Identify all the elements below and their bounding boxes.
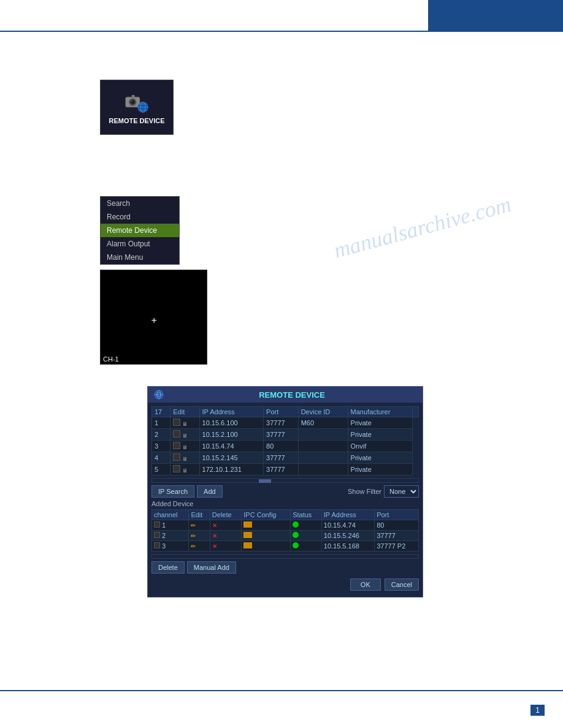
dialog-title-bar: REMOTE DEVICE xyxy=(148,387,423,403)
row-edit[interactable]: 🖥 xyxy=(170,441,199,452)
row-ip: 10.15.4.74 xyxy=(199,441,264,452)
added-table-row: 2 ✏ ✕ 10.15.5.246 37777 xyxy=(152,531,419,541)
table-row: 1 🖥 10.15.6.100 37777 M60 Private xyxy=(152,417,419,429)
row-device-id xyxy=(298,441,348,452)
svg-point-2 xyxy=(131,100,135,104)
row-port: 37777 xyxy=(264,464,299,476)
added-col-port: Port xyxy=(375,510,419,520)
row-num: 4 xyxy=(152,452,170,464)
row-edit[interactable]: 🖥 xyxy=(170,464,199,476)
manual-add-button[interactable]: Manual Add xyxy=(187,561,236,574)
row-port: 37777 xyxy=(264,417,299,429)
row-ip: 10.15.2.100 xyxy=(199,429,264,441)
cancel-button[interactable]: Cancel xyxy=(385,578,419,591)
dialog-icon xyxy=(154,390,164,400)
col-port: Port xyxy=(264,407,299,417)
row-device-id xyxy=(298,464,348,476)
added-col-edit: Edit xyxy=(189,510,210,520)
row-port: 37777 xyxy=(264,452,299,464)
row-device-id xyxy=(298,429,348,441)
col-num: 17 xyxy=(152,407,170,417)
col-scroll xyxy=(413,407,419,417)
row-ip: 10.15.6.100 xyxy=(199,417,264,429)
remote-device-dialog: REMOTE DEVICE 17 Edit IP Address Port De… xyxy=(147,386,423,597)
channel-label: CH-1 xyxy=(101,354,121,364)
row-manufacturer: Onvif xyxy=(348,441,412,452)
ip-search-button[interactable]: IP Search xyxy=(151,485,194,498)
camera-globe-icon xyxy=(121,90,152,115)
watermark: manualsarchive.com xyxy=(331,191,514,264)
row-manufacturer: Private xyxy=(348,452,412,464)
page-number: 1 xyxy=(530,705,545,716)
added-col-ipc-config: IPC Config xyxy=(242,510,291,520)
scrollbar-thumb[interactable] xyxy=(259,479,271,483)
context-menu-alarm-output[interactable]: Alarm Output xyxy=(101,237,179,251)
delete-icon: ✕ xyxy=(212,533,217,539)
video-preview: + CH-1 xyxy=(100,270,207,365)
edit-icon: ✏ xyxy=(191,543,196,550)
context-menu-main-menu[interactable]: Main Menu xyxy=(101,251,179,264)
row-manufacturer: Private xyxy=(348,417,412,429)
add-button[interactable]: Add xyxy=(197,485,223,498)
row-device-id xyxy=(298,452,348,464)
ipc-config-icon xyxy=(243,521,252,528)
added-col-ip: IP Address xyxy=(321,510,374,520)
row-num: 3 xyxy=(152,441,170,452)
table-row: 5 🖥 172.10.1.231 37777 Private xyxy=(152,464,419,476)
context-menu-record[interactable]: Record xyxy=(101,210,179,224)
ok-button[interactable]: OK xyxy=(350,578,381,591)
added-table-row: 1 ✏ ✕ 10.15.4.74 80 xyxy=(152,520,419,531)
added-col-status: Status xyxy=(291,510,322,520)
row-device-id: M60 xyxy=(298,417,348,429)
row-edit[interactable]: 🖥 xyxy=(170,452,199,464)
context-menu: Search Record Remote Device Alarm Output… xyxy=(100,196,180,265)
remote-device-label: REMOTE DEVICE xyxy=(109,117,164,124)
header-bar xyxy=(428,0,563,31)
device-list-table: 17 Edit IP Address Port Device ID Manufa… xyxy=(151,406,419,476)
ok-cancel-row: OK Cancel xyxy=(151,576,419,593)
remote-device-icon[interactable]: REMOTE DEVICE xyxy=(100,80,174,135)
table-row: 4 🖥 10.15.2.145 37777 Private xyxy=(152,452,419,464)
delete-icon: ✕ xyxy=(212,522,217,529)
row-edit[interactable]: 🖥 xyxy=(170,429,199,441)
ipc-config-icon xyxy=(243,542,252,548)
device-list-scrollbar[interactable] xyxy=(151,478,419,483)
delete-button[interactable]: Delete xyxy=(151,561,185,574)
row-manufacturer: Private xyxy=(348,464,412,476)
table-row: 3 🖥 10.15.4.74 80 Onvif xyxy=(152,441,419,452)
row-edit[interactable]: 🖥 xyxy=(170,417,199,429)
context-menu-remote-device[interactable]: Remote Device xyxy=(101,224,179,237)
row-ip: 172.10.1.231 xyxy=(199,464,264,476)
context-menu-search[interactable]: Search xyxy=(101,197,179,210)
footer-line xyxy=(0,690,563,691)
ipc-config-icon xyxy=(243,532,252,538)
status-indicator xyxy=(293,521,299,528)
added-col-channel: channel xyxy=(152,510,189,520)
svg-point-3 xyxy=(131,100,132,102)
added-device-table: channel Edit Delete IPC Config Status IP… xyxy=(151,509,419,552)
search-add-row: IP Search Add Show Filter None xyxy=(151,485,419,498)
col-edit: Edit xyxy=(170,407,199,417)
header-line xyxy=(0,31,563,32)
added-device-section-label: Added Device xyxy=(151,500,419,507)
filter-dropdown[interactable]: None xyxy=(384,485,419,498)
delete-icon: ✕ xyxy=(212,543,217,550)
row-num: 2 xyxy=(152,429,170,441)
dialog-title: REMOTE DEVICE xyxy=(167,390,416,400)
status-indicator xyxy=(293,532,299,538)
cursor-dot: + xyxy=(151,315,156,320)
dialog-body: 17 Edit IP Address Port Device ID Manufa… xyxy=(148,403,423,597)
table-row: 2 🖥 10.15.2.100 37777 Private xyxy=(152,429,419,441)
col-device-id: Device ID xyxy=(298,407,348,417)
row-num: 1 xyxy=(152,417,170,429)
svg-rect-4 xyxy=(132,95,135,98)
added-table-row: 3 ✏ ✕ 10.15.5.168 37777 P2 xyxy=(152,541,419,552)
col-manufacturer: Manufacturer xyxy=(348,407,412,417)
row-port: 37777 xyxy=(264,429,299,441)
added-table-scrollbar[interactable] xyxy=(151,554,419,559)
edit-icon: ✏ xyxy=(191,522,196,529)
added-col-delete: Delete xyxy=(210,510,241,520)
row-manufacturer: Private xyxy=(348,429,412,441)
show-filter-label: Show Filter xyxy=(348,488,381,495)
col-ip: IP Address xyxy=(199,407,264,417)
